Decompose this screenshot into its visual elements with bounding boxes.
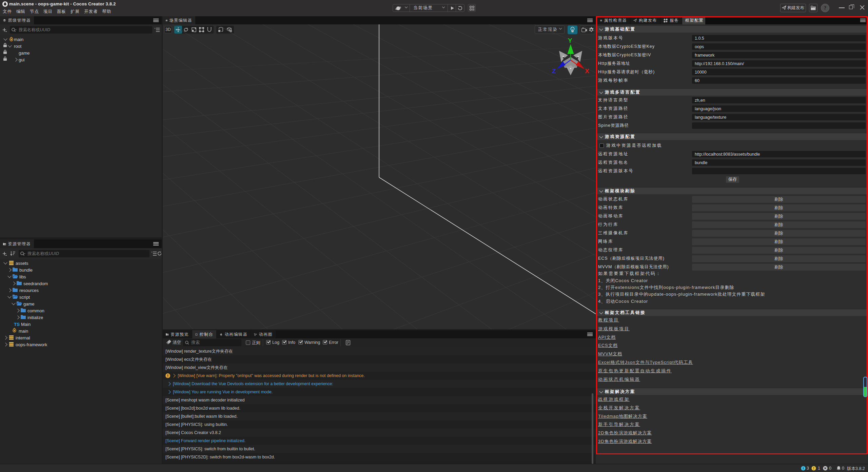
svg-text:X: X <box>585 67 589 75</box>
svg-text:Z: Z <box>552 67 556 75</box>
svg-text:Y: Y <box>568 37 572 44</box>
